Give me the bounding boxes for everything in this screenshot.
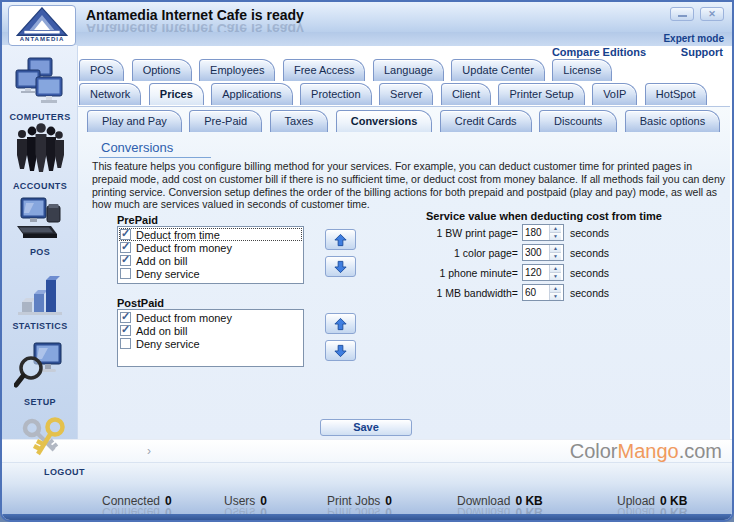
- checkbox-icon[interactable]: [120, 338, 131, 349]
- tab-row-1: POS Options Employees Free Access Langua…: [79, 59, 730, 83]
- setup-icon: [14, 340, 66, 396]
- sub-tab-row: Play and Pay Pre-Paid Taxes Conversions …: [87, 110, 730, 134]
- spin-down-icon[interactable]: ▼: [550, 253, 561, 260]
- phone-minute-spinbox: ▲▼: [522, 264, 564, 281]
- support-link[interactable]: Support: [681, 46, 723, 58]
- arrow-up-icon: [333, 317, 348, 331]
- sidebar-item-accounts[interactable]: ACCOUNTS: [2, 122, 78, 191]
- subtab-taxes[interactable]: Taxes: [270, 110, 329, 132]
- watermark-part3: .com: [679, 440, 722, 462]
- prepaid-move-down-button[interactable]: [325, 256, 356, 277]
- sidebar-item-setup[interactable]: SETUP: [2, 340, 78, 407]
- subtab-discounts[interactable]: Discounts: [539, 110, 617, 132]
- checkbox-icon[interactable]: [120, 229, 131, 240]
- checkbox-icon[interactable]: [120, 255, 131, 266]
- list-item-label: Deny service: [136, 268, 200, 280]
- tab-voip[interactable]: VoIP: [592, 83, 637, 105]
- postpaid-move-down-button[interactable]: [325, 340, 356, 361]
- tab-client[interactable]: Client: [441, 83, 491, 105]
- sidebar-item-label: LOGOUT: [44, 467, 85, 477]
- tab-protection[interactable]: Protection: [300, 83, 372, 105]
- sidebar-item-logout[interactable]: [18, 416, 72, 468]
- prepaid-label: PrePaid: [117, 214, 158, 226]
- list-item-label: Deny service: [136, 338, 200, 350]
- subtab-conversions[interactable]: Conversions: [336, 110, 433, 132]
- pos-icon: [14, 196, 66, 246]
- subtab-play-and-pay[interactable]: Play and Pay: [87, 110, 182, 132]
- logout-highlight-band: › ColorMango.com: [2, 439, 732, 463]
- sidebar-item-pos[interactable]: POS: [2, 196, 78, 257]
- logout-keys-icon: [18, 416, 72, 464]
- color-page-input[interactable]: [523, 245, 549, 260]
- sidebar-item-computers[interactable]: COMPUTERS: [2, 57, 78, 122]
- service-value-row: 1 color page= ▲▼ seconds: [426, 244, 656, 261]
- logo-text: ANTAMEDIA: [20, 36, 65, 42]
- bw-print-page-input[interactable]: [523, 225, 549, 240]
- prepaid-item-add-on-bill[interactable]: Add on bill: [119, 254, 302, 267]
- mode-strip: Expert mode: [2, 32, 732, 46]
- tab-applications[interactable]: Applications: [211, 83, 292, 105]
- tab-options[interactable]: Options: [132, 59, 192, 81]
- spin-up-icon[interactable]: ▲: [550, 285, 561, 293]
- postpaid-listbox[interactable]: Deduct from money Add on bill Deny servi…: [117, 309, 304, 367]
- spin-down-icon[interactable]: ▼: [550, 293, 561, 300]
- close-button[interactable]: ✕: [700, 7, 724, 21]
- tab-free-access[interactable]: Free Access: [283, 59, 366, 81]
- bw-print-page-label: 1 BW print page=: [426, 227, 518, 239]
- prepaid-listbox[interactable]: Deduct from time Deduct from money Add o…: [117, 226, 304, 284]
- mb-bandwidth-input[interactable]: [523, 285, 549, 300]
- postpaid-move-up-button[interactable]: [325, 313, 356, 334]
- save-button[interactable]: Save: [320, 419, 412, 436]
- postpaid-label: PostPaid: [117, 297, 164, 309]
- sidebar-item-label: SETUP: [24, 397, 56, 407]
- spin-down-icon[interactable]: ▼: [550, 233, 561, 240]
- status-connected: Connected0 Connected0: [102, 491, 172, 509]
- spin-up-icon[interactable]: ▲: [550, 265, 561, 273]
- prepaid-move-up-button[interactable]: [325, 229, 356, 250]
- checkbox-icon[interactable]: [120, 268, 131, 279]
- tab-language[interactable]: Language: [373, 59, 444, 81]
- tab-pos[interactable]: POS: [79, 59, 124, 81]
- compare-editions-link[interactable]: Compare Editions: [552, 46, 646, 58]
- service-value-row: 1 phone minute= ▲▼ seconds: [426, 264, 656, 281]
- checkbox-icon[interactable]: [120, 242, 131, 253]
- tab-printer-setup[interactable]: Printer Setup: [498, 83, 584, 105]
- list-item-label: Deduct from money: [136, 312, 232, 324]
- tab-update-center[interactable]: Update Center: [451, 59, 545, 81]
- subtab-basic-options[interactable]: Basic options: [625, 110, 720, 132]
- spin-up-icon[interactable]: ▲: [550, 225, 561, 233]
- status-users: Users0 Users0: [224, 491, 267, 509]
- watermark-part1: Color: [570, 440, 618, 462]
- chevron-right-icon: ›: [147, 443, 151, 459]
- watermark: ColorMango.com: [570, 440, 722, 463]
- postpaid-item-deny-service[interactable]: Deny service: [119, 337, 302, 350]
- prepaid-item-deduct-from-money[interactable]: Deduct from money: [119, 241, 302, 254]
- tab-license[interactable]: License: [552, 59, 612, 81]
- accounts-icon: [14, 122, 66, 180]
- checkbox-icon[interactable]: [120, 312, 131, 323]
- tab-server[interactable]: Server: [379, 83, 433, 105]
- tab-network[interactable]: Network: [79, 83, 141, 105]
- tab-hotspot[interactable]: HotSpot: [645, 83, 707, 105]
- prepaid-item-deduct-from-time[interactable]: Deduct from time: [119, 228, 302, 241]
- list-item-label: Add on bill: [136, 325, 187, 337]
- spin-down-icon[interactable]: ▼: [550, 273, 561, 280]
- phone-minute-input[interactable]: [523, 265, 549, 280]
- subtab-pre-paid[interactable]: Pre-Paid: [189, 110, 262, 132]
- tab-employees[interactable]: Employees: [199, 59, 275, 81]
- prepaid-item-deny-service[interactable]: Deny service: [119, 267, 302, 280]
- minimize-button[interactable]: [670, 7, 694, 21]
- expert-mode-label[interactable]: Expert mode: [663, 33, 724, 44]
- page-title: Conversions: [99, 140, 211, 158]
- postpaid-item-add-on-bill[interactable]: Add on bill: [119, 324, 302, 337]
- subtab-credit-cards[interactable]: Credit Cards: [440, 110, 532, 132]
- postpaid-item-deduct-from-money[interactable]: Deduct from money: [119, 311, 302, 324]
- status-print-jobs: Print Jobs0 Print Jobs0: [327, 491, 392, 509]
- computers-icon: [14, 57, 66, 111]
- checkbox-icon[interactable]: [120, 325, 131, 336]
- sidebar-item-label: POS: [30, 247, 50, 257]
- sidebar-item-statistics[interactable]: STATISTICS: [2, 268, 78, 331]
- tab-row-2: Network Prices Applications Protection S…: [79, 83, 730, 107]
- spin-up-icon[interactable]: ▲: [550, 245, 561, 253]
- tab-prices[interactable]: Prices: [149, 83, 204, 105]
